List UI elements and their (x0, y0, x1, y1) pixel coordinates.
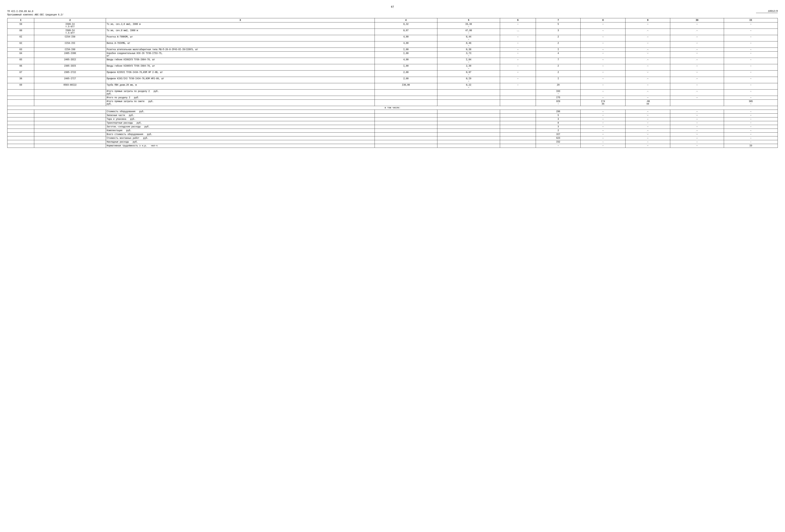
bd-val10: – (670, 133, 724, 136)
table-cell: То же, сеч.2,0 мм2, I000 м (106, 22, 375, 29)
summary-val8: I7435 (581, 100, 625, 106)
table-cell: Розетка штепсельная малогабаритная типа … (106, 48, 375, 52)
bd-label: Всего стоимость оборудования руб. (106, 133, 375, 136)
table-cell: – (625, 83, 670, 89)
summary-label: Итого по разделу 2 руб. (106, 96, 375, 100)
bd-val8: – (581, 121, 625, 125)
summary-empty (7, 100, 34, 106)
table-cell: – (581, 83, 625, 89)
bd-empty (375, 133, 437, 136)
table-cell: 2 (536, 42, 581, 48)
bd-val8: – (581, 125, 625, 129)
bd-empty (375, 121, 437, 125)
summary-empty (34, 89, 106, 96)
table-header-row: I 2 3 4 5 6 7 8 9 IO II (7, 18, 778, 22)
table-cell: – (500, 58, 536, 64)
bd-val8: – (581, 114, 625, 117)
bd-val10: – (670, 140, 724, 144)
table-cell: .. (500, 29, 536, 35)
table-cell: – (670, 22, 724, 29)
bd-empty (7, 129, 34, 133)
table-cell: – (500, 22, 536, 29)
bd-empty (500, 140, 536, 144)
bd-val7: 3 (536, 117, 581, 121)
bd-val7: 2 (536, 129, 581, 133)
table-cell: – (581, 35, 625, 42)
bd-empty (34, 136, 106, 140)
table-cell: 67 (7, 71, 34, 77)
table-cell: I,84– (437, 58, 500, 64)
bd-empty (34, 121, 106, 125)
bd-label: Комплектация руб. (106, 129, 375, 133)
table-cell: – (500, 71, 536, 77)
bd-empty (500, 133, 536, 136)
table-cell: – (581, 29, 625, 35)
table-cell: 4,00 (375, 35, 437, 42)
summary-val9: – (625, 89, 670, 96)
bd-val9: – (625, 129, 670, 133)
table-cell: – (625, 77, 670, 83)
table-cell: 2,00 (375, 77, 437, 83)
bd-val11: – (724, 121, 778, 125)
bd-val10: – (670, 117, 724, 121)
summary-row: Итого прямые затраты по смете руб.руб.9I… (7, 100, 778, 106)
bd-val10: – (670, 110, 724, 114)
bd-val10: – (670, 125, 724, 129)
table-cell: – (581, 71, 625, 77)
summary-empty (375, 96, 437, 100)
th-3: 3 (106, 18, 375, 22)
bd-empty (500, 125, 536, 129)
bd-val8: – (581, 140, 625, 144)
bd-val9: – (625, 125, 670, 129)
summary-row: Итого прямые затраты по разделу 2 руб.ру… (7, 89, 778, 96)
summary-row: Итого по разделу 2 руб.I75–––– (7, 96, 778, 100)
table-cell: – (581, 77, 625, 83)
page-header: ТП 4II-I-I56.89 Ал.8 Программный комплек… (7, 10, 778, 17)
table-cell: 0,40– (437, 42, 500, 48)
bd-val10: – (670, 144, 724, 148)
table-cell: – (625, 71, 670, 77)
bd-empty (34, 129, 106, 133)
table-cell: – (500, 64, 536, 71)
table-cell: CI54-I5I (34, 42, 106, 48)
bd-empty (437, 125, 500, 129)
table-row: 60I509-I4т.5-077То же, сеч.8 мм2, I000 м… (7, 29, 778, 35)
bd-val11: – (724, 125, 778, 129)
bd-val10: – (670, 121, 724, 125)
summary-empty (500, 100, 536, 106)
table-cell: 29 (536, 83, 581, 89)
table-cell: – (625, 22, 670, 29)
bd-label: Заготов.-складские расходы руб. (106, 125, 375, 129)
breakdown-row: Транспортные расходы руб.8–––– (7, 121, 778, 125)
bd-empty (7, 140, 34, 144)
table-cell: – (724, 71, 778, 77)
summary-empty (7, 89, 34, 96)
bd-empty (375, 125, 437, 129)
breakdown-row: Нормативная трудоёмкость з н.р. чел-ч–––… (7, 144, 778, 148)
main-table: I 2 3 4 5 6 7 8 9 IO II 59I509-I4т.5-077… (7, 18, 778, 148)
table-cell: – (500, 83, 536, 89)
table-cell: 2405-I390 (34, 52, 106, 58)
table-cell: – (500, 52, 536, 58)
summary-val7: I63– (536, 89, 581, 96)
th-11: II (724, 18, 778, 22)
bd-empty (7, 114, 34, 117)
table-cell: Вводы гибкие КI082УЗ ТУ36-I684-78, шт (106, 58, 375, 64)
breakdown-row: Накладные расходы руб.I52–––– (7, 140, 778, 144)
table-cell: То же, сеч.8 мм2, I000 м (106, 29, 375, 35)
bd-empty (437, 114, 500, 117)
bd-val11: – (724, 140, 778, 144)
bd-empty (7, 121, 34, 125)
table-cell: – (670, 48, 724, 52)
summary-label: Итого прямые затраты по разделу 2 руб.ру… (106, 89, 375, 96)
bd-val8: – (581, 117, 625, 121)
bd-val9: – (625, 133, 670, 136)
table-cell: 65 (7, 58, 34, 64)
table-cell: – (724, 52, 778, 58)
table-cell: 3 (536, 29, 581, 35)
table-cell: – (724, 83, 778, 89)
bd-val9: – (625, 114, 670, 117)
th-2: 2 (34, 18, 106, 22)
table-cell: Труба ПВХ диам.20 мм, м (106, 83, 375, 89)
table-cell: 6I (7, 35, 34, 42)
